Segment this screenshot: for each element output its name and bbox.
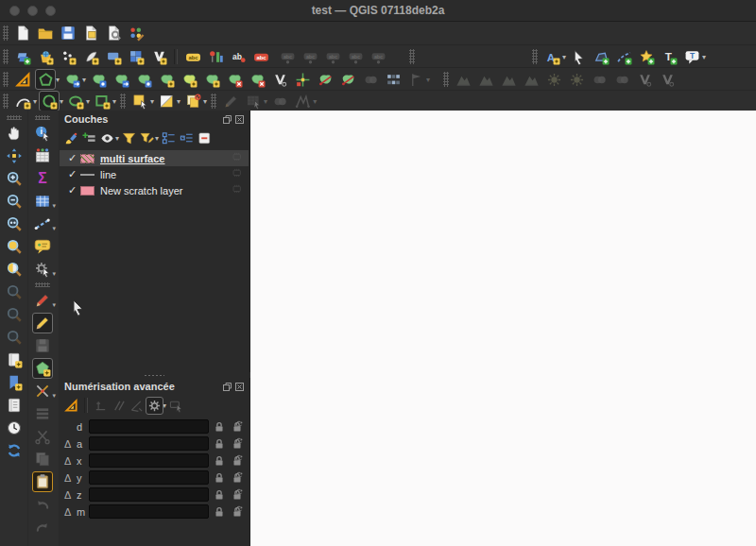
repeating-lock-icon[interactable] [229, 453, 245, 469]
layer-row[interactable]: ✓New scratch layer [60, 182, 249, 198]
text-balloon-annotation-icon[interactable]: T [681, 46, 702, 67]
layer-labeling-rules-icon[interactable]: abc [250, 46, 271, 67]
temporal-controller-icon[interactable] [4, 418, 25, 438]
split-features-icon[interactable] [315, 69, 335, 90]
dropdown-arrow-icon[interactable]: ▾ [702, 53, 706, 61]
toolbar-drag-handle[interactable] [3, 94, 9, 109]
reshape-features-icon[interactable] [269, 69, 290, 90]
layer-name[interactable]: multi surface [100, 153, 164, 164]
rectangle-tool-icon[interactable] [92, 91, 112, 111]
zoom-to-layer-icon[interactable] [4, 259, 25, 280]
d-value-input[interactable] [89, 419, 209, 434]
circle-tool-icon[interactable] [39, 91, 60, 111]
dropdown-arrow-icon[interactable]: ▾ [52, 270, 56, 278]
toolbar-drag-handle[interactable] [35, 282, 50, 287]
feature-action-icon[interactable]: ▾ [32, 259, 53, 280]
vertex-tool-icon[interactable]: ▾ [32, 381, 53, 401]
dropdown-arrow-icon[interactable]: ▾ [112, 97, 116, 106]
repeating-lock-icon[interactable] [229, 436, 245, 452]
style-manager-icon[interactable] [126, 23, 146, 43]
text-annotation-icon[interactable]: T [659, 46, 679, 67]
field-calculator-icon[interactable]: ▾ [32, 191, 53, 212]
polygon-annotation-icon[interactable] [591, 46, 611, 67]
new-bookmark-icon[interactable] [4, 350, 25, 370]
map-canvas[interactable] [250, 111, 756, 546]
new-temporary-scratch-layer-icon[interactable] [103, 46, 124, 67]
dropdown-arrow-icon[interactable]: ▾ [203, 97, 207, 106]
delta-toggle[interactable]: Δ [64, 472, 77, 484]
layer-visibility-checkbox[interactable]: ✓ [68, 152, 80, 164]
trim-extend-icon[interactable] [292, 69, 313, 90]
circular-string-icon[interactable] [12, 91, 33, 111]
toolbar-drag-handle[interactable] [7, 115, 22, 120]
refresh-map-icon[interactable] [4, 440, 25, 461]
advanced-digitizing-icon[interactable] [12, 69, 33, 90]
dropdown-arrow-icon[interactable]: ▾ [426, 76, 430, 84]
dropdown-arrow-icon[interactable]: ▾ [52, 225, 56, 232]
expand-all-icon[interactable] [160, 129, 178, 147]
add-ring-icon[interactable] [133, 69, 154, 90]
layer-visibility-checkbox[interactable]: ✓ [68, 184, 80, 196]
identify-features-icon[interactable]: i [32, 123, 53, 144]
layer-row[interactable]: ✓multi surface [60, 150, 249, 166]
memory-layer-indicator-icon[interactable] [232, 182, 244, 199]
add-polygon-feature-icon[interactable] [32, 358, 53, 379]
float-panel-icon[interactable] [223, 383, 232, 391]
pan-to-selection-icon[interactable] [4, 145, 25, 166]
dropdown-arrow-icon[interactable]: ▾ [52, 202, 56, 210]
m-value-input[interactable] [89, 504, 209, 519]
regular-polygon-icon[interactable] [156, 91, 177, 111]
toolbar-drag-handle[interactable] [409, 49, 415, 64]
dropdown-arrow-icon[interactable]: ▾ [177, 97, 180, 106]
pan-map-icon[interactable] [4, 123, 25, 144]
dropdown-arrow-icon[interactable]: ▾ [150, 97, 154, 106]
lock-value-icon[interactable] [211, 453, 227, 469]
layer-visibility-checkbox[interactable]: ✓ [68, 168, 80, 180]
manage-map-themes-icon[interactable] [98, 129, 116, 147]
zoom-out-icon[interactable] [4, 191, 25, 212]
lock-value-icon[interactable] [211, 436, 227, 452]
delete-part-icon[interactable] [224, 69, 245, 90]
new-project-icon[interactable] [12, 23, 33, 43]
zoom-in-icon[interactable] [4, 168, 25, 189]
digitize-with-shape-icon[interactable] [35, 69, 56, 90]
close-panel-icon[interactable] [235, 383, 244, 391]
show-bookmarks-icon[interactable] [4, 372, 25, 393]
settings-gear-icon[interactable] [146, 397, 163, 415]
delta-toggle[interactable]: Δ [64, 506, 77, 518]
delta-toggle[interactable]: Δ [64, 489, 77, 501]
lock-value-icon[interactable] [211, 504, 227, 520]
zoom-native-icon[interactable] [4, 213, 25, 234]
dropdown-arrow-icon[interactable]: ▾ [264, 97, 267, 106]
new-print-layout-icon[interactable] [80, 23, 101, 43]
dropdown-arrow-icon[interactable]: ▾ [60, 97, 63, 106]
ellipse-tool-icon[interactable] [65, 91, 86, 111]
toolbar-drag-handle[interactable] [3, 26, 9, 41]
toolbar-drag-handle[interactable] [120, 94, 126, 109]
copy-move-feature-icon[interactable] [182, 91, 203, 111]
simplify-feature-icon[interactable] [111, 69, 131, 90]
new-virtual-layer-icon[interactable] [148, 46, 169, 67]
layer-name[interactable]: New scratch layer [100, 185, 182, 196]
select-features-icon[interactable] [129, 91, 150, 111]
open-project-icon[interactable] [35, 23, 56, 43]
zoom-full-icon[interactable] [4, 236, 25, 257]
layer-diagram-icon[interactable] [205, 46, 226, 67]
toolbar-drag-handle[interactable] [35, 115, 50, 120]
layer-name[interactable]: line [100, 169, 116, 180]
repeating-lock-icon[interactable] [229, 504, 245, 520]
select-annotation-icon[interactable] [568, 46, 589, 67]
delete-ring-icon[interactable] [201, 69, 222, 90]
repeating-lock-icon[interactable] [229, 470, 245, 486]
y-value-input[interactable] [89, 470, 209, 485]
enable-advanced-digitizing-icon[interactable] [62, 397, 80, 415]
toolbar-drag-handle[interactable] [443, 72, 449, 87]
marker-annotation-icon[interactable] [636, 46, 657, 67]
bookmark-manager-icon[interactable] [4, 395, 25, 416]
dropdown-arrow-icon[interactable]: ▾ [82, 76, 86, 84]
statistical-summary-icon[interactable]: Σ [32, 168, 53, 189]
open-layer-styling-icon[interactable] [62, 129, 80, 147]
repeating-lock-icon[interactable] [229, 419, 245, 435]
merge-attributes-icon[interactable] [383, 69, 404, 90]
delta-toggle[interactable]: Δ [64, 438, 77, 450]
